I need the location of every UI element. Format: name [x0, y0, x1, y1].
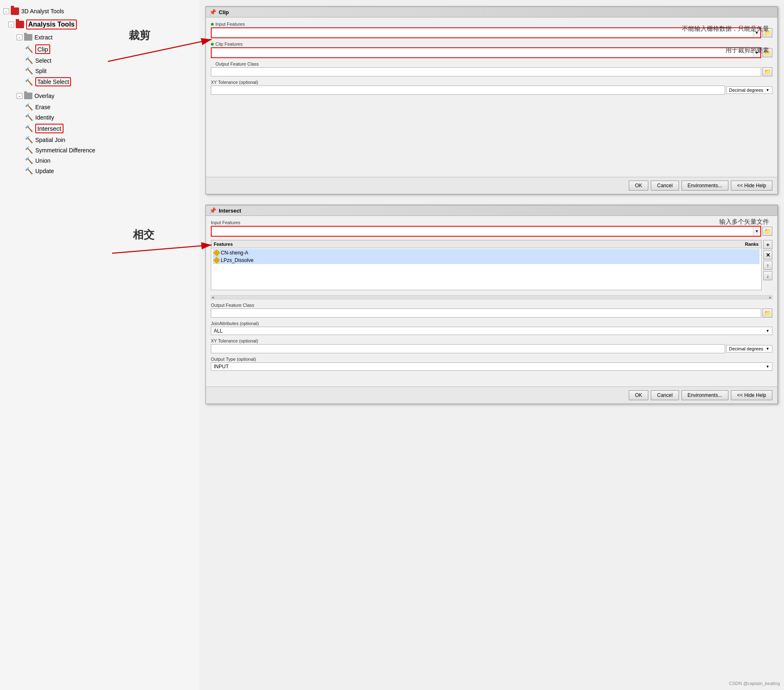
intersect-environments-btn[interactable]: Environments... — [681, 390, 728, 400]
expand-overlay[interactable]: - — [17, 93, 22, 99]
features-row-2[interactable]: LPzs_Dissolve — [213, 257, 760, 264]
intersect-hammer-icon: 🔨 — [25, 125, 33, 132]
clip-features-group: Clip Features ▼ 📁 — [211, 42, 772, 58]
tree-item-sym-diff[interactable]: 🔨 Symmetrical Difference — [0, 145, 199, 155]
clip-dialog-body: Input Features ▼ 📁 Clip Features — [206, 17, 777, 177]
input-required-dot — [211, 23, 214, 26]
overlay-folder-icon — [24, 91, 33, 100]
expand-extract[interactable]: - — [17, 34, 22, 40]
intersect-output-group: Output Feature Class C:\Users\User\Docum… — [211, 303, 772, 318]
diamond-icon-2 — [213, 257, 220, 264]
expand-3d-analyst[interactable]: - — [3, 8, 9, 14]
clip-features-dropdown[interactable]: ▼ — [211, 47, 761, 58]
tree-item-clip[interactable]: 🔨 Clip — [0, 43, 199, 55]
intersect-xy-row: Decimal degrees ▼ — [211, 344, 772, 353]
features-row-1[interactable]: CN-sheng-A — [213, 249, 760, 257]
annotation-caijian: 裁剪 — [129, 28, 150, 43]
tree-item-identity[interactable]: 🔨 Identity — [0, 112, 199, 122]
intersect-xy-unit[interactable]: Decimal degrees ▼ — [726, 345, 772, 352]
intersect-cancel-btn[interactable]: Cancel — [651, 390, 679, 400]
clip-features-label: Clip Features — [211, 42, 772, 46]
clip-output-group: Output Feature Class 📁 — [211, 61, 772, 76]
intersect-join-dropdown[interactable]: ALL ▼ — [211, 327, 772, 335]
update-label: Update — [35, 168, 54, 174]
clip-output-row: 📁 — [211, 67, 772, 76]
tree-item-analysis-tools[interactable]: - Analysis Tools — [0, 18, 199, 31]
input-features-dropdown[interactable]: ▼ — [211, 27, 761, 38]
clip-output-dot — [211, 63, 214, 66]
intersect-xy-field[interactable] — [211, 344, 725, 353]
tree-item-table-select[interactable]: 🔨 Table Select — [0, 76, 199, 88]
clip-output-browse[interactable]: 📁 — [762, 67, 772, 76]
clip-xy-row: Decimal degrees ▼ — [211, 86, 772, 95]
intersect-output-type-group: Output Type (optional) INPUT ▼ — [211, 357, 772, 371]
tree-item-union[interactable]: 🔨 Union — [0, 155, 199, 166]
intersect-output-browse[interactable]: 📁 — [762, 308, 772, 318]
clip-xy-field[interactable] — [211, 86, 725, 95]
tree-item-intersect[interactable]: 🔨 Intersect — [0, 122, 199, 135]
3d-analyst-icon — [10, 7, 20, 16]
intersect-xy-group: XY Tolerance (optional) Decimal degrees … — [211, 338, 772, 353]
tree-item-overlay[interactable]: - Overlay — [0, 90, 199, 102]
split-hammer-icon: 🔨 — [25, 67, 33, 75]
table-select-label: Table Select — [35, 77, 71, 86]
intersect-input-field[interactable] — [212, 227, 753, 236]
down-btn[interactable]: ↓ — [763, 271, 772, 280]
union-label: Union — [35, 157, 51, 164]
clip-hidehelp-btn[interactable]: << Hide Help — [731, 181, 772, 191]
intersect-output-type-dropdown[interactable]: INPUT ▼ — [211, 362, 772, 371]
intersect-output-type-arrow: ▼ — [766, 365, 769, 369]
analysis-tools-icon — [15, 20, 24, 29]
tree-item-split[interactable]: 🔨 Split — [0, 66, 199, 76]
intersect-ok-btn[interactable]: OK — [629, 390, 648, 400]
intersect-padding — [211, 374, 772, 382]
features-table-body[interactable]: CN-sheng-A LPzs_Dissolve — [211, 248, 761, 290]
add-btn[interactable]: + — [763, 240, 772, 249]
intersect-input-group: Input Features ▼ 📁 输入多个矢量文件 — [211, 220, 772, 237]
tree-item-erase[interactable]: 🔨 Erase — [0, 102, 199, 112]
left-panel: - 3D Analyst Tools - Analysis Tools - — [0, 0, 199, 690]
intersect-input-arrow[interactable]: ▼ — [753, 227, 760, 235]
tree-item-3d-analyst[interactable]: - 3D Analyst Tools — [0, 4, 199, 18]
spatial-join-label: Spatial Join — [35, 137, 65, 143]
table-select-hammer-icon: 🔨 — [25, 78, 33, 86]
clip-cancel-btn[interactable]: Cancel — [651, 181, 679, 191]
clip-xy-group: XY Tolerance (optional) Decimal degrees … — [211, 80, 772, 95]
clip-empty-area — [211, 98, 772, 173]
tree-item-extract[interactable]: - Extract — [0, 32, 199, 43]
up-btn[interactable]: ↑ — [763, 261, 772, 270]
clip-dialog-title: Clip — [219, 9, 229, 15]
union-hammer-icon: 🔨 — [25, 157, 33, 164]
intersect-dialog-footer: OK Cancel Environments... << Hide Help — [206, 387, 777, 404]
clip-xy-unit[interactable]: Decimal degrees ▼ — [726, 86, 772, 94]
expand-analysis-tools[interactable]: - — [8, 22, 14, 27]
input-features-field[interactable] — [212, 28, 753, 37]
clip-ok-btn[interactable]: OK — [629, 181, 648, 191]
clip-environments-btn[interactable]: Environments... — [681, 181, 728, 191]
extract-label: Extract — [34, 34, 53, 41]
extract-folder-icon — [24, 33, 33, 42]
intersect-input-browse[interactable]: 📁 — [762, 227, 772, 236]
identity-hammer-icon: 🔨 — [25, 113, 33, 121]
remove-btn[interactable]: ✕ — [763, 250, 772, 259]
intersect-output-type-label: Output Type (optional) — [211, 357, 772, 362]
intersect-title-icon: 📌 — [209, 207, 216, 214]
clip-features-field[interactable] — [212, 48, 753, 57]
intersect-output-label: Output Feature Class — [211, 303, 772, 308]
intersect-label: Intersect — [35, 124, 64, 133]
tree-item-spatial-join[interactable]: 🔨 Spatial Join — [0, 135, 199, 145]
intersect-input-dropdown[interactable]: ▼ — [211, 226, 761, 237]
select-hammer-icon: 🔨 — [25, 56, 33, 64]
tree-item-update[interactable]: 🔨 Update — [0, 166, 199, 176]
intersect-dialog: 📌 Intersect Input Features ▼ 📁 — [205, 205, 778, 404]
annotation-xiangjiao: 相交 — [133, 228, 154, 242]
intersect-hidehelp-btn[interactable]: << Hide Help — [731, 390, 772, 400]
tree-item-select[interactable]: 🔨 Select — [0, 55, 199, 66]
identity-label: Identity — [35, 114, 54, 121]
intersect-output-field[interactable]: C:\Users\User\Documents\ArcGIS\Default.g… — [211, 308, 761, 318]
intersect-features-section: Features Ranks CN-sheng-A — [211, 240, 772, 293]
intersect-xy-label: XY Tolerance (optional) — [211, 338, 772, 343]
intersect-scrollbar[interactable] — [211, 295, 772, 299]
clip-dialog-footer: OK Cancel Environments... << Hide Help — [206, 177, 777, 194]
clip-output-field[interactable] — [211, 67, 761, 76]
